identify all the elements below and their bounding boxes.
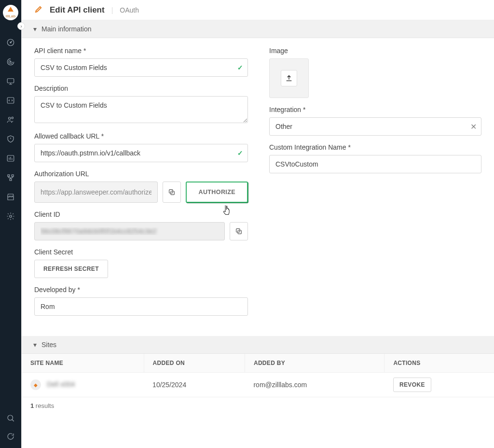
col-added-on[interactable]: ADDED ON <box>144 354 245 373</box>
label-integration: Integration * <box>269 106 481 113</box>
svg-rect-3 <box>7 79 14 83</box>
svg-point-6 <box>12 117 14 119</box>
clear-icon[interactable]: ✕ <box>470 122 477 131</box>
upload-icon <box>281 70 297 86</box>
target-icon[interactable] <box>6 57 15 67</box>
svg-rect-4 <box>7 98 14 103</box>
svg-point-12 <box>8 415 13 420</box>
monitor-icon[interactable] <box>6 76 15 86</box>
col-actions: ACTIONS <box>384 354 494 373</box>
chevron-down-icon: ▾ <box>33 25 37 33</box>
copy-auth-url-button[interactable] <box>163 182 181 203</box>
diagram-icon[interactable] <box>6 173 15 182</box>
edit-icon <box>34 5 43 15</box>
integration-select[interactable] <box>269 117 481 136</box>
added-on-value: 10/25/2024 <box>144 373 245 397</box>
developed-by-input[interactable] <box>34 297 248 316</box>
dashboard-icon[interactable] <box>6 38 15 47</box>
svg-rect-9 <box>12 175 14 177</box>
chevron-down-icon: ▾ <box>33 341 37 349</box>
site-logo-icon: ◆ <box>30 379 41 390</box>
tab-oauth[interactable]: OAuth <box>120 6 139 14</box>
api-client-name-input[interactable] <box>34 58 248 77</box>
label-developed-by: Developed by * <box>34 286 248 294</box>
svg-point-5 <box>9 117 11 120</box>
label-custom-integration: Custom Integration Name * <box>269 143 481 151</box>
refresh-secret-button[interactable]: REFRESH SECRET <box>34 260 108 278</box>
sidebar: illLab › <box>0 0 21 448</box>
description-input[interactable]: CSV to Custom Fields <box>34 96 248 123</box>
check-icon: ✓ <box>237 64 243 71</box>
section-main-info[interactable]: ▾ Main information <box>22 20 494 38</box>
custom-integration-input[interactable] <box>269 155 481 173</box>
authorize-button[interactable]: AUTHORIZE <box>186 182 248 203</box>
check-icon: ✓ <box>237 149 243 157</box>
copy-client-id-button[interactable] <box>230 222 248 240</box>
svg-rect-8 <box>8 175 10 177</box>
col-added-by[interactable]: ADDED BY <box>245 354 384 373</box>
col-site-name[interactable]: SITE NAME <box>22 354 144 373</box>
sites-table: SITE NAME ADDED ON ADDED BY ACTIONS ◆ De… <box>22 354 494 397</box>
chart-icon[interactable] <box>6 154 15 163</box>
page-title: Edit API client <box>50 5 105 15</box>
client-id-input <box>34 222 225 240</box>
label-image: Image <box>269 47 481 55</box>
sidebar-expand-handle[interactable]: › <box>17 22 25 30</box>
label-client-id: Client ID <box>34 210 248 218</box>
section-sites[interactable]: ▾ Sites <box>22 336 494 354</box>
label-client-secret: Client Secret <box>34 248 248 256</box>
site-name-value: Dell x004 <box>47 380 75 388</box>
label-api-client-name: API client name * <box>34 47 248 55</box>
callback-url-input[interactable] <box>34 144 248 162</box>
refresh-icon[interactable] <box>6 432 15 441</box>
label-auth-url: Authorization URL <box>34 170 248 178</box>
table-row: ◆ Dell x004 10/25/2024 rom@zilllabs.com … <box>22 373 494 397</box>
revoke-button[interactable]: REVOKE <box>393 378 431 392</box>
label-callback: Allowed callback URL * <box>34 132 248 140</box>
code-icon[interactable] <box>6 96 15 105</box>
image-upload[interactable] <box>269 58 309 98</box>
svg-point-11 <box>10 215 12 218</box>
auth-url-input <box>34 182 158 203</box>
main-content: Edit API client | OAuth ▾ Main informati… <box>21 0 494 448</box>
app-logo[interactable]: illLab <box>3 5 18 20</box>
page-header: Edit API client | OAuth <box>22 0 494 20</box>
svg-rect-10 <box>10 179 12 181</box>
results-count: 1 results <box>22 397 494 414</box>
gear-icon[interactable] <box>6 211 15 221</box>
users-icon[interactable] <box>6 115 15 125</box>
svg-point-1 <box>10 42 11 43</box>
svg-point-2 <box>10 61 11 62</box>
label-description: Description <box>34 84 248 92</box>
added-by-value: rom@zilllabs.com <box>245 373 384 397</box>
store-icon[interactable] <box>6 192 15 202</box>
shield-icon[interactable] <box>6 134 15 144</box>
search-icon[interactable] <box>6 413 15 423</box>
